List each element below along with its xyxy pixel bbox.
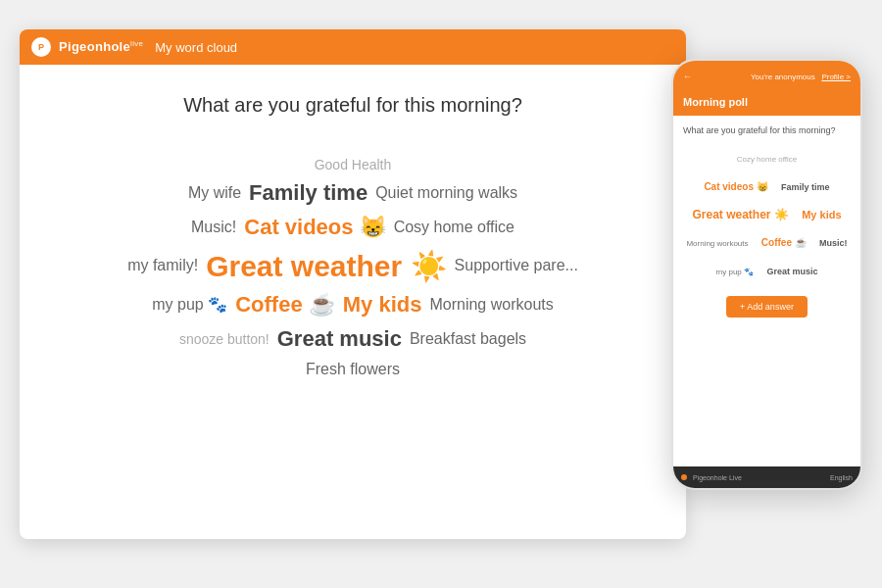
word-my-family: my family!	[127, 256, 198, 276]
mw-cozy-home: Cozy home office	[737, 155, 798, 164]
mobile-word-cloud: Cozy home office Cat videos 😸 Family tim…	[683, 143, 851, 284]
word-fresh-flowers: Fresh flowers	[306, 360, 400, 380]
mw-great-music: Great music	[766, 267, 817, 276]
word-row-7: Fresh flowers	[306, 360, 400, 380]
word-snooze: snooze button!	[179, 330, 270, 348]
word-supportive: Supportive pare...	[455, 256, 578, 276]
word-great-music: Great music	[277, 325, 402, 354]
word-row-3: Music! Cat videos 😸 Cosy home office	[191, 214, 514, 242]
mobile-word-row-5: my pup 🐾 Great music	[683, 256, 851, 284]
word-row-6: snooze button! Great music Breakfast bag…	[179, 325, 526, 354]
mobile-word-row-2: Cat videos 😸 Family time	[683, 172, 851, 200]
mobile-status-bar: ← You're anonymous Profile >	[673, 61, 860, 92]
footer-dot	[681, 474, 687, 480]
word-coffee: Coffee ☕	[235, 291, 335, 319]
footer-lang: English	[830, 474, 853, 481]
word-my-pup: my pup 🐾	[152, 295, 227, 316]
mobile-mockup: ← You're anonymous Profile > Morning pol…	[671, 59, 862, 490]
word-row-2: My wife Family time Quiet morning walks	[188, 179, 517, 208]
mobile-word-row-1: Cozy home office	[683, 143, 851, 172]
app-name: Pigeonholelive	[59, 39, 143, 54]
word-cloud: Good Health My wife Family time Quiet mo…	[59, 146, 647, 379]
desktop-header: P Pigeonholelive My word cloud	[20, 29, 686, 65]
footer-brand: Pigeonhole Live	[681, 474, 742, 481]
mw-my-kids: My kids	[802, 209, 841, 220]
back-arrow[interactable]: ←	[683, 72, 692, 81]
mw-great-weather: Great weather ☀️	[692, 208, 788, 221]
mw-coffee: Coffee ☕	[761, 237, 807, 248]
mobile-poll-header: Morning poll	[673, 92, 860, 116]
word-bagels: Breakfast bagels	[410, 329, 526, 350]
question-text: What are you grateful for this morning?	[59, 94, 647, 117]
page-title: My word cloud	[155, 40, 237, 55]
mw-family-time: Family time	[781, 182, 830, 192]
word-row-1: Good Health	[315, 156, 392, 173]
word-cosy-home: Cosy home office	[394, 218, 514, 238]
mobile-footer: Pigeonhole Live English	[673, 466, 860, 488]
word-good-health: Good Health	[315, 156, 392, 173]
word-row-4: my family! Great weather ☀️ Supportive p…	[127, 247, 578, 285]
mobile-word-row-3: Great weather ☀️ My kids	[683, 200, 851, 228]
mobile-content: What are you grateful for this morning? …	[673, 116, 860, 339]
word-family-time: Family time	[249, 179, 368, 208]
desktop-mockup: P Pigeonholelive My word cloud What are …	[20, 29, 686, 539]
word-row-5: my pup 🐾 Coffee ☕ My kids Morning workou…	[152, 291, 553, 319]
scene: P Pigeonholelive My word cloud What are …	[20, 29, 862, 559]
word-quiet-walks: Quiet morning walks	[375, 183, 517, 204]
mobile-question: What are you grateful for this morning?	[683, 125, 851, 135]
word-my-wife: My wife	[188, 183, 241, 204]
word-my-kids: My kids	[343, 291, 422, 319]
mw-my-pup: my pup 🐾	[716, 268, 754, 276]
desktop-content: What are you grateful for this morning? …	[20, 65, 686, 539]
anon-label: You're anonymous Profile >	[751, 73, 851, 81]
add-answer-button[interactable]: + Add answer	[726, 296, 808, 318]
word-music: Music!	[191, 218, 236, 238]
mw-cat-videos: Cat videos 😸	[704, 181, 767, 192]
app-name-text: Pigeonhole	[59, 40, 130, 55]
live-badge: live	[130, 39, 143, 48]
mobile-poll-title: Morning poll	[683, 96, 851, 108]
app-logo: P	[31, 37, 51, 57]
mw-morning-workouts: Morning workouts	[686, 239, 748, 248]
word-morning-workouts: Morning workouts	[429, 295, 553, 316]
word-cat-videos: Cat videos 😸	[244, 214, 385, 242]
word-great-weather: Great weather ☀️	[206, 247, 446, 285]
mobile-word-row-4: Morning workouts Coffee ☕ Music!	[683, 227, 851, 256]
mw-music: Music!	[819, 238, 848, 248]
